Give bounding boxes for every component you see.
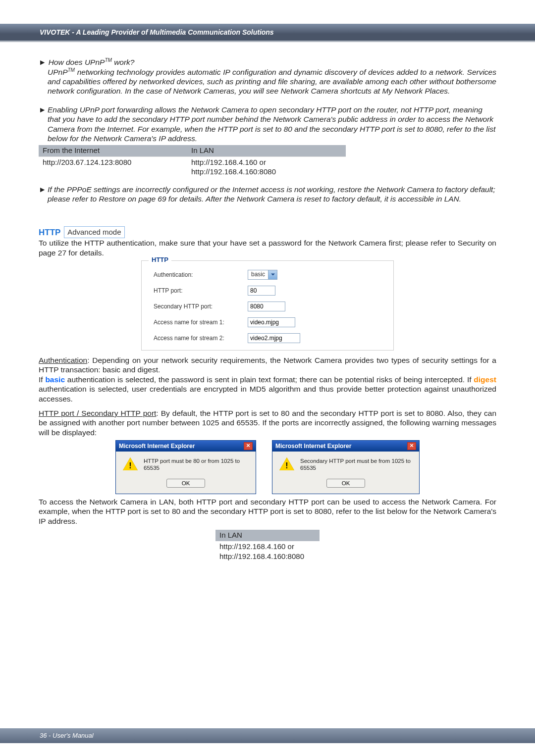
warning-icon-2: ! [279, 457, 294, 471]
ok-button[interactable]: OK [166, 479, 205, 488]
stream2-input[interactable] [248, 333, 300, 343]
authentication-heading: Authentication [39, 356, 87, 364]
page: VIVOTEK - A Leading Provider of Multimed… [0, 0, 535, 756]
authentication-select[interactable]: basic [248, 270, 277, 280]
dialog1-message: HTTP port must be 80 or from 1025 to 655… [144, 457, 249, 472]
http-port-paragraph: HTTP port / Secondary HTTP port: By defa… [39, 408, 496, 437]
authentication-label: Authentication: [154, 271, 248, 279]
chevron-down-icon[interactable] [268, 270, 277, 279]
http-form: HTTP Authentication: basic HTTP port: Se… [141, 260, 394, 351]
auth-p2a: If [39, 375, 45, 384]
dialog1-title: Microsoft Internet Explorer [119, 443, 195, 450]
http-port-heading: HTTP port / Secondary HTTP port [39, 409, 156, 417]
http-port-label: HTTP port: [154, 287, 248, 295]
after-dialog-text: To access the Network Camera in LAN, bot… [39, 497, 496, 526]
row-authentication: Authentication: basic [154, 270, 381, 280]
faq2-body: Enabling UPnP port forwarding allows the… [48, 105, 496, 144]
dialog2-title: Microsoft Internet Explorer [275, 443, 351, 450]
dialog2-titlebar: Microsoft Internet Explorer × [272, 441, 419, 452]
stream2-label: Access name for stream 2: [154, 335, 248, 342]
faq1-body: networking technology provides automatic… [48, 68, 496, 96]
warning-dialogs: Microsoft Internet Explorer × ! HTTP por… [39, 440, 496, 494]
http-intro-text: To utilize the HTTP authentication, make… [39, 238, 496, 257]
lan-table-row2: http://192.168.4.160:8080 [215, 552, 320, 562]
table1-header-internet: From the Internet [39, 145, 187, 156]
header-underline [0, 41, 535, 42]
row-secondary-port: Secondary HTTP port: [154, 302, 381, 311]
table1-cell-lan: http://192.168.4.160 or http://192.168.4… [187, 157, 346, 178]
advanced-mode-tag: Advanced mode [64, 226, 124, 238]
faq1-body-prefix: UPnP [48, 68, 68, 76]
tm-superscript: TM [105, 57, 111, 63]
row-stream1: Access name for stream 1: [154, 317, 381, 327]
bullet-icon: ► [39, 105, 48, 144]
table1-cell-internet: http://203.67.124.123:8080 [39, 157, 187, 178]
dialog1-titlebar: Microsoft Internet Explorer × [116, 441, 256, 452]
table1-header-lan: In LAN [187, 145, 346, 156]
dialog2-message: Secondary HTTP port must be from 1025 to… [300, 457, 412, 472]
stream1-input[interactable] [248, 317, 295, 327]
http-section-heading: HTTP Advanced mode [39, 226, 496, 238]
faq3-body: If the PPPoE settings are incorrectly co… [48, 185, 496, 204]
faq-block-3: ► If the PPPoE settings are incorrectly … [39, 185, 496, 204]
header-banner: VIVOTEK - A Leading Provider of Multimed… [0, 24, 535, 41]
authentication-value: basic [248, 270, 268, 279]
row-stream2: Access name for stream 2: [154, 333, 381, 343]
stream1-label: Access name for stream 1: [154, 319, 248, 326]
secondary-port-input[interactable] [248, 302, 285, 311]
ok-button-2[interactable]: OK [326, 479, 365, 488]
table1-lan-line1: http://192.168.4.160 or [191, 158, 342, 167]
auth-p2b: authentication is selected, the password… [65, 375, 474, 384]
warning-dialog-2: Microsoft Internet Explorer × ! Secondar… [272, 440, 420, 494]
http-label: HTTP [39, 227, 60, 238]
http-form-legend: HTTP [149, 256, 171, 264]
authentication-paragraph-2: If basic authentication is selected, the… [39, 375, 496, 403]
lan-table: In LAN http://192.168.4.160 or http://19… [215, 530, 320, 562]
lan-table-row1: http://192.168.4.160 or [215, 541, 320, 553]
table1-lan-line2: http://192.168.4.160:8080 [191, 167, 342, 177]
footer-bar: 36 - User's Manual [0, 728, 535, 743]
digest-keyword: digest [474, 375, 496, 384]
tm-superscript-2: TM [68, 67, 75, 73]
auth-p2c: authentication is selected, user credent… [39, 385, 496, 403]
lan-table-header: In LAN [215, 530, 320, 541]
faq1-question-prefix: ► How does UPnP [39, 58, 105, 66]
close-icon[interactable]: × [244, 442, 253, 450]
content-area: ► How does UPnPTM work? UPnPTM networkin… [39, 57, 496, 562]
row-http-port: HTTP port: [154, 286, 381, 296]
authentication-text-1: : Depending on your network security req… [39, 356, 496, 374]
faq-block-1: ► How does UPnPTM work? UPnPTM networkin… [39, 57, 496, 96]
faq1-question-suffix: work? [112, 58, 135, 66]
bullet-icon-2: ► [39, 185, 48, 204]
close-icon-2[interactable]: × [407, 442, 416, 450]
http-port-input[interactable] [248, 286, 275, 296]
basic-keyword: basic [45, 375, 65, 384]
secondary-port-label: Secondary HTTP port: [154, 303, 248, 310]
warning-dialog-1: Microsoft Internet Explorer × ! HTTP por… [115, 440, 256, 494]
authentication-paragraph: Authentication: Depending on your networ… [39, 355, 496, 375]
warning-icon: ! [123, 457, 138, 471]
faq-block-2: ► Enabling UPnP port forwarding allows t… [39, 105, 496, 144]
ip-address-table: From the Internet In LAN http://203.67.1… [39, 145, 346, 177]
